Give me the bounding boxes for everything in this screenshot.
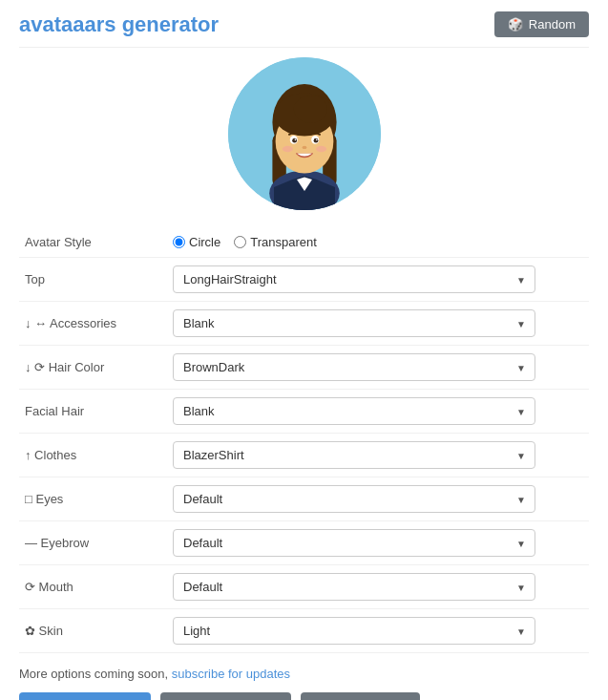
mouth-select[interactable]: ConcernedDefaultDisbeliefEatingGrimaceSa… [173,573,535,601]
accessories-select-wrapper: BlankKurtPrescription01Prescription02Rou… [173,309,535,337]
random-button[interactable]: 🎲 Random [494,11,589,37]
facial-hair-control: BlankBeardMediumBeardLightBeardMagesticM… [167,390,589,434]
facial-hair-label: Facial Hair [19,390,167,434]
eyes-control: CloseCryDefaultDizzyEyeRollHappyHeartsSi… [167,477,589,521]
hair-color-select-wrapper: AuburnBlackBlondeBlondeGoldenBrownBrownD… [173,353,535,381]
avatar-style-control: Circle Transparent [167,227,589,258]
skin-select-wrapper: TannedYellowPaleLightBrownDarkBrownBlack [173,617,535,645]
svg-point-8 [293,95,326,123]
avatar-style-transparent-radio[interactable] [234,236,246,248]
avatar-style-radio-group: Circle Transparent [173,235,583,249]
download-png-button[interactable]: ⬇ Download PNG [19,692,151,700]
clothes-label: ↑ Clothes [19,434,167,477]
eyes-select-wrapper: CloseCryDefaultDizzyEyeRollHappyHeartsSi… [173,485,535,513]
avatar-style-transparent-label: Transparent [250,235,317,249]
hair-color-row: ↓ ⟳ Hair Color AuburnBlackBlondeBlondeGo… [19,346,589,390]
facial-hair-select-wrapper: BlankBeardMediumBeardLightBeardMagesticM… [173,397,535,425]
top-row: Top NoHairEyepatchHatHijabTurbanWinterHa… [19,258,589,302]
mouth-control: ConcernedDefaultDisbeliefEatingGrimaceSa… [167,565,589,609]
skin-label: ✿ Skin [19,609,167,653]
top-label: Top [19,258,167,302]
accessories-select[interactable]: BlankKurtPrescription01Prescription02Rou… [173,309,535,337]
accessories-row: ↓ ↔ Accessories BlankKurtPrescription01P… [19,302,589,346]
show-react-button[interactable]: </> Show React [301,692,421,700]
subscribe-link[interactable]: subscribe for updates [172,667,290,681]
mouth-select-wrapper: ConcernedDefaultDisbeliefEatingGrimaceSa… [173,573,535,601]
avatar-style-transparent-option[interactable]: Transparent [234,235,317,249]
avatar-style-circle-option[interactable]: Circle [173,235,220,249]
avatar-style-circle-label: Circle [189,235,220,249]
controls-table: Avatar Style Circle Transparent [19,227,589,653]
eyes-label: □ Eyes [19,477,167,521]
avatar-style-row: Avatar Style Circle Transparent [19,227,589,258]
svg-point-17 [316,146,326,152]
clothes-row: ↑ Clothes BlazerShirtBlazerSweaterCollar… [19,434,589,477]
skin-select[interactable]: TannedYellowPaleLightBrownDarkBrownBlack [173,617,535,645]
random-label: Random [529,17,576,32]
eyebrow-control: AngryAngryNaturalDefaultDefaultNaturalFl… [167,521,589,565]
skin-row: ✿ Skin TannedYellowPaleLightBrownDarkBro… [19,609,589,653]
avatar-svg [228,57,381,210]
eyebrow-row: — Eyebrow AngryAngryNaturalDefaultDefaul… [19,521,589,565]
svg-point-14 [316,139,318,141]
avatar-preview-area [19,57,589,210]
footer-note-text: More options coming soon, [19,667,168,681]
svg-point-15 [302,146,306,149]
hair-color-control: AuburnBlackBlondeBlondeGoldenBrownBrownD… [167,346,589,390]
app-title: avataaars generator [19,12,219,37]
random-icon: 🎲 [508,17,523,32]
hair-color-select[interactable]: AuburnBlackBlondeBlondeGoldenBrownBrownD… [173,353,535,381]
top-select[interactable]: NoHairEyepatchHatHijabTurbanWinterHat1Wi… [173,265,535,293]
eyes-row: □ Eyes CloseCryDefaultDizzyEyeRollHappyH… [19,477,589,521]
accessories-control: BlankKurtPrescription01Prescription02Rou… [167,302,589,346]
action-buttons: ⬇ Download PNG ⬇ Download SVG </> Show R… [19,692,589,700]
clothes-select[interactable]: BlazerShirtBlazerSweaterCollarSweaterGra… [173,441,535,469]
svg-point-13 [294,139,296,141]
facial-hair-select[interactable]: BlankBeardMediumBeardLightBeardMagesticM… [173,397,535,425]
accessories-label: ↓ ↔ Accessories [19,302,167,346]
mouth-label: ⟳ Mouth [19,565,167,609]
hair-color-label: ↓ ⟳ Hair Color [19,346,167,390]
avatar-style-circle-radio[interactable] [173,236,185,248]
eyes-select[interactable]: CloseCryDefaultDizzyEyeRollHappyHeartsSi… [173,485,535,513]
app-header: avataaars generator 🎲 Random [19,11,589,48]
top-select-wrapper: NoHairEyepatchHatHijabTurbanWinterHat1Wi… [173,265,535,293]
top-control: NoHairEyepatchHatHijabTurbanWinterHat1Wi… [167,258,589,302]
avatar-circle [228,57,381,210]
clothes-control: BlazerShirtBlazerSweaterCollarSweaterGra… [167,434,589,477]
skin-control: TannedYellowPaleLightBrownDarkBrownBlack [167,609,589,653]
eyebrow-select[interactable]: AngryAngryNaturalDefaultDefaultNaturalFl… [173,529,535,557]
mouth-row: ⟳ Mouth ConcernedDefaultDisbeliefEatingG… [19,565,589,609]
clothes-select-wrapper: BlazerShirtBlazerSweaterCollarSweaterGra… [173,441,535,469]
svg-point-11 [292,138,297,143]
svg-point-16 [282,146,292,152]
footer-note: More options coming soon, subscribe for … [19,667,589,681]
facial-hair-row: Facial Hair BlankBeardMediumBeardLightBe… [19,390,589,434]
eyebrow-select-wrapper: AngryAngryNaturalDefaultDefaultNaturalFl… [173,529,535,557]
svg-point-12 [313,138,318,143]
download-svg-button[interactable]: ⬇ Download SVG [160,692,291,700]
avatar-style-label: Avatar Style [19,227,167,258]
app-container: avataaars generator 🎲 Random [0,0,608,700]
eyebrow-label: — Eyebrow [19,521,167,565]
